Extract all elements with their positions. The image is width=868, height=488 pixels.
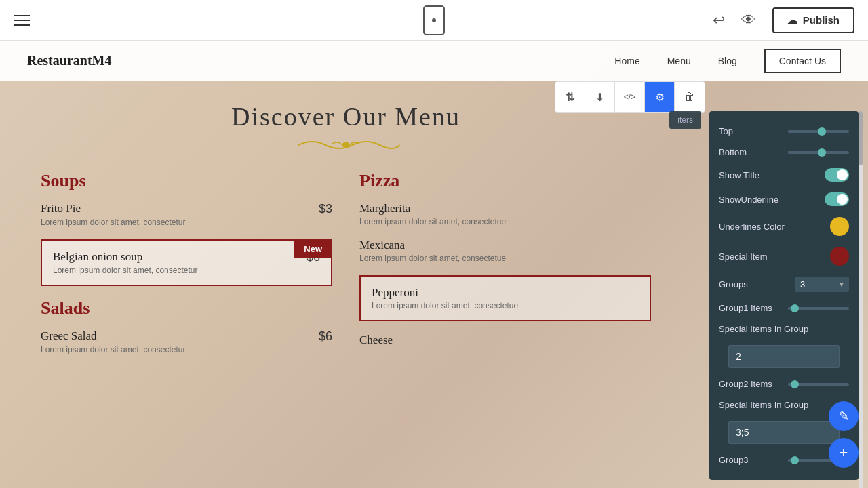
undo-icon[interactable]: ↩ xyxy=(713,12,725,29)
code-icon: </> xyxy=(624,92,635,102)
site-nav-links: Home Menu Blog Contact Us xyxy=(614,49,841,73)
menu-section: Discover Our Menu Soups Frito Pie $3 xyxy=(0,81,692,488)
parameters-button-area: iters xyxy=(669,111,701,129)
item-desc-mexicana: Lorem ipsum dolor sit amet, consectetue xyxy=(359,253,651,263)
menu-left-column: Soups Frito Pie $3 Lorem ipsum dolor sit… xyxy=(41,171,332,367)
move-toolbar-button[interactable]: ⇅ xyxy=(555,82,585,112)
edit-fab-button[interactable]: ✎ xyxy=(829,401,859,431)
contact-us-button[interactable]: Contact Us xyxy=(764,49,841,73)
item-desc-belgian-onion: Lorem ipsum dolor sit amet, consectetur xyxy=(53,266,320,275)
settings-row-underlines-color: Underlines Color xyxy=(709,211,859,241)
pencil-icon: ✎ xyxy=(839,409,849,424)
menu-item-cheese: Cheese xyxy=(359,333,651,347)
settings-row-show-underline: ShowUnderline xyxy=(709,187,859,211)
item-name-margherita: Margherita xyxy=(359,202,651,216)
item-price-greec-salad: $6 xyxy=(319,329,332,344)
group2-items-slider[interactable] xyxy=(788,383,849,386)
item-name-pepperoni: Pepperoni xyxy=(372,286,639,300)
settings-bottom-label: Bottom xyxy=(719,147,788,157)
settings-special-item-label: Special Item xyxy=(719,251,830,262)
item-name-frito-pie: Frito Pie xyxy=(41,202,81,216)
item-desc-greec-salad: Lorem ipsum dolor sit amet, consectetur xyxy=(41,345,332,354)
scroll-thumb[interactable] xyxy=(859,111,863,165)
move-arrows-icon: ⇅ xyxy=(566,91,574,104)
plus-icon: + xyxy=(840,444,848,462)
special-items-group1-input-wrapper xyxy=(709,340,859,373)
show-title-toggle[interactable] xyxy=(825,168,849,182)
item-price-frito-pie: $3 xyxy=(319,202,332,216)
settings-row-show-title: Show Title xyxy=(709,163,859,187)
top-navigation: ↩ 👁 ☁ Publish xyxy=(0,0,868,41)
menu-swirl-decoration xyxy=(292,136,400,155)
special-item-pepperoni: Pepperoni Lorem ipsum dolor sit amet, co… xyxy=(359,275,651,321)
item-name-greec-salad: Greec Salad xyxy=(41,329,97,343)
settings-underlines-color-label: Underlines Color xyxy=(719,222,830,232)
settings-row-special-item: Special Item xyxy=(709,241,859,271)
gear-icon: ⚙ xyxy=(655,91,665,104)
settings-top-slider[interactable] xyxy=(788,130,849,133)
settings-show-title-label: Show Title xyxy=(719,170,825,180)
settings-groups-label: Groups xyxy=(719,279,795,289)
settings-toolbar-button[interactable]: ⚙ xyxy=(645,82,675,112)
parameters-button[interactable]: iters xyxy=(669,111,701,129)
mobile-preview-icon[interactable] xyxy=(423,5,445,35)
download-icon: ⬇ xyxy=(595,91,604,104)
hamburger-menu-icon[interactable] xyxy=(14,15,30,26)
item-name-belgian-onion: Belgian onion soup xyxy=(53,250,142,264)
settings-row-top: Top xyxy=(709,121,859,142)
settings-row-group2-items: Group2 Items xyxy=(709,373,859,394)
site-logo: RestaurantM4 xyxy=(27,53,111,68)
settings-bottom-slider[interactable] xyxy=(788,151,849,154)
settings-group1-items-label: Group1 Items xyxy=(719,303,788,313)
show-underline-toggle[interactable] xyxy=(825,192,849,206)
settings-group3-label: Group3 xyxy=(719,455,788,465)
special-item-belgian-onion: New Belgian onion soup $6 Lorem ipsum do… xyxy=(41,239,332,286)
category-soups: Soups xyxy=(41,171,332,191)
nav-home[interactable]: Home xyxy=(614,56,639,66)
menu-decoration xyxy=(41,136,651,157)
nav-menu[interactable]: Menu xyxy=(667,56,691,66)
element-toolbar: ⇅ ⬇ </> ⚙ 🗑 xyxy=(555,81,705,113)
special-item-color-picker[interactable] xyxy=(830,247,849,266)
publish-button[interactable]: ☁ Publish xyxy=(772,7,854,33)
new-badge: New xyxy=(294,240,332,258)
item-name-mexicana: Mexicana xyxy=(359,239,651,252)
add-fab-button[interactable]: + xyxy=(829,438,859,468)
menu-item-margherita: Margherita Lorem ipsum dolor sit amet, c… xyxy=(359,202,651,226)
groups-dropdown[interactable]: 1 2 3 4 5 xyxy=(795,277,849,292)
site-wrapper: RestaurantM4 Home Menu Blog Contact Us D… xyxy=(0,41,868,488)
special-items-group2-input[interactable] xyxy=(728,421,840,444)
settings-group2-items-label: Group2 Items xyxy=(719,379,788,389)
settings-row-groups: Groups 1 2 3 4 5 ▼ xyxy=(709,271,859,298)
preview-eye-icon[interactable]: 👁 xyxy=(741,12,756,29)
settings-row-bottom: Bottom xyxy=(709,142,859,163)
code-toolbar-button[interactable]: </> xyxy=(615,82,645,112)
settings-top-label: Top xyxy=(719,126,788,136)
delete-toolbar-button[interactable]: 🗑 xyxy=(675,82,705,112)
download-toolbar-button[interactable]: ⬇ xyxy=(585,82,615,112)
special-items-group1-input[interactable] xyxy=(728,345,840,368)
settings-row-special-items-group1: Special Items In Group xyxy=(709,319,859,340)
underlines-color-picker[interactable] xyxy=(830,217,849,236)
settings-show-underline-label: ShowUnderline xyxy=(719,195,825,205)
floating-action-buttons: ✎ + xyxy=(829,401,859,468)
scrollbar[interactable] xyxy=(859,111,863,488)
svg-point-0 xyxy=(342,142,349,148)
publish-cloud-icon: ☁ xyxy=(787,14,797,26)
item-desc-pepperoni: Lorem ipsum dolor sit amet, consectetue xyxy=(372,301,639,310)
category-salads: Salads xyxy=(41,298,332,319)
item-name-cheese: Cheese xyxy=(359,333,651,347)
menu-item-frito-pie: Frito Pie $3 Lorem ipsum dolor sit amet,… xyxy=(41,202,332,227)
nav-blog[interactable]: Blog xyxy=(718,56,737,66)
menu-item-greec-salad: Greec Salad $6 Lorem ipsum dolor sit ame… xyxy=(41,329,332,354)
settings-row-group1-items: Group1 Items xyxy=(709,298,859,319)
groups-dropdown-wrapper: 1 2 3 4 5 ▼ xyxy=(795,277,849,292)
group1-items-slider[interactable] xyxy=(788,307,849,310)
publish-label: Publish xyxy=(803,14,840,26)
menu-item-mexicana: Mexicana Lorem ipsum dolor sit amet, con… xyxy=(359,239,651,263)
site-navbar: RestaurantM4 Home Menu Blog Contact Us xyxy=(0,41,868,81)
settings-special-items-group1-label: Special Items In Group xyxy=(719,324,849,334)
trash-icon: 🗑 xyxy=(684,91,695,103)
category-pizza: Pizza xyxy=(359,171,651,191)
menu-right-column: Pizza Margherita Lorem ipsum dolor sit a… xyxy=(359,171,651,367)
